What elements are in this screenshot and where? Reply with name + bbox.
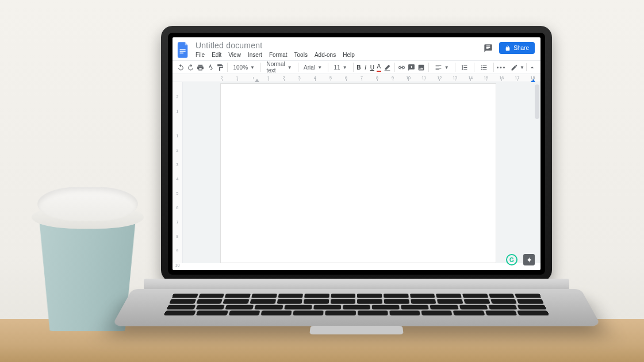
svg-rect-2 — [180, 53, 183, 53]
menu-tools[interactable]: Tools — [294, 52, 308, 58]
italic-button[interactable]: I — [363, 63, 368, 72]
chevron-down-icon: ▼ — [250, 65, 255, 70]
ruler-tick: 1 — [260, 76, 276, 80]
ruler-tick: 4 — [177, 177, 179, 181]
document-title[interactable]: Untitled document — [194, 41, 478, 50]
ruler-tick: 4 — [307, 76, 323, 80]
highlight-button[interactable] — [384, 63, 391, 72]
svg-rect-1 — [180, 51, 186, 51]
ruler-tick: 1 — [177, 134, 179, 138]
document-page[interactable] — [220, 83, 496, 263]
bold-button[interactable]: B — [356, 63, 361, 72]
ruler-tick: 6 — [177, 206, 179, 210]
paint-format-icon[interactable] — [216, 63, 224, 72]
ruler-tick: 12 — [432, 76, 447, 80]
share-label: Share — [513, 45, 529, 51]
ruler-tick: 16 — [494, 76, 509, 80]
undo-icon[interactable] — [177, 63, 185, 72]
comments-icon[interactable] — [483, 43, 493, 53]
svg-rect-0 — [180, 49, 186, 49]
ruler-tick: 9 — [385, 76, 401, 80]
menu-file[interactable]: File — [195, 52, 205, 58]
ruler-tick: 14 — [463, 76, 478, 80]
paragraph-style-value: Normal text — [266, 61, 285, 74]
ruler-tick: 13 — [447, 76, 463, 80]
menu-addons[interactable]: Add-ons — [315, 52, 336, 58]
scrollbar-track[interactable] — [534, 82, 540, 263]
ruler-tick: 5 — [323, 76, 338, 80]
ruler-tick: 5 — [177, 191, 179, 195]
ruler-tick: 2 — [214, 76, 229, 80]
print-icon[interactable] — [197, 63, 204, 72]
lock-icon — [505, 45, 511, 51]
horizontal-ruler[interactable]: 21123456789101112131415161718 — [172, 74, 540, 82]
more-tools-button[interactable]: ••• — [497, 63, 506, 72]
ruler-tick: 8 — [177, 234, 179, 238]
font-family-select[interactable]: Arial ▼ — [301, 64, 324, 71]
collapse-toolbar-icon[interactable] — [528, 64, 536, 71]
font-size-select[interactable]: 11 ▼ — [332, 64, 350, 71]
ruler-tick: 2 — [276, 76, 292, 80]
ruler-tick: 10 — [175, 263, 180, 267]
chevron-down-icon: ▼ — [444, 65, 449, 70]
zoom-select[interactable]: 100% ▼ — [231, 64, 257, 71]
line-spacing-button[interactable] — [458, 64, 470, 71]
redo-icon[interactable] — [187, 63, 194, 72]
align-left-icon — [435, 64, 442, 71]
chevron-down-icon: ▼ — [317, 65, 322, 70]
menu-edit[interactable]: Edit — [212, 52, 221, 58]
text-color-button[interactable]: A — [377, 63, 381, 72]
align-button[interactable]: ▼ — [432, 64, 451, 71]
scene-backdrop: Untitled document File Edit View Insert … — [0, 0, 644, 362]
docs-logo-icon[interactable] — [177, 42, 190, 58]
toolbar: 100% ▼ Normal text ▼ Arial ▼ — [172, 60, 540, 74]
ruler-tick: 1 — [229, 76, 245, 80]
chevron-down-icon: ▼ — [343, 65, 347, 70]
google-docs-app: Untitled document File Edit View Insert … — [172, 37, 540, 270]
scrollbar-thumb[interactable] — [535, 84, 539, 119]
insert-image-icon[interactable] — [417, 63, 425, 72]
ruler-tick: 3 — [177, 163, 179, 167]
share-button[interactable]: Share — [499, 42, 535, 54]
numbered-list-icon — [480, 64, 488, 71]
ruler-tick: 7 — [177, 220, 179, 224]
ruler-tick: 17 — [509, 76, 525, 80]
laptop-trackpad — [309, 326, 403, 334]
menu-format[interactable]: Format — [269, 52, 288, 58]
laptop-keyboard — [164, 294, 549, 315]
zoom-value: 100% — [233, 64, 248, 71]
ruler-tick: 8 — [369, 76, 385, 80]
underline-button[interactable]: U — [370, 63, 374, 72]
vertical-ruler[interactable]: 2112345678910 — [172, 82, 183, 263]
chevron-down-icon: ▼ — [288, 65, 292, 70]
ruler-tick: 11 — [416, 76, 432, 80]
spellcheck-icon[interactable] — [206, 63, 214, 72]
document-body: 2112345678910 — [172, 82, 540, 263]
explore-button[interactable]: ✦ — [523, 254, 535, 265]
ruler-tick: 18 — [525, 76, 540, 80]
ruler-tick: 6 — [338, 76, 354, 80]
ruler-tick: 7 — [354, 76, 369, 80]
insert-link-icon[interactable] — [398, 63, 405, 72]
paragraph-style-select[interactable]: Normal text ▼ — [264, 61, 294, 74]
menu-help[interactable]: Help — [343, 52, 355, 58]
editing-mode-icon[interactable] — [511, 64, 518, 71]
font-family-value: Arial — [304, 64, 315, 71]
line-spacing-icon — [461, 64, 468, 71]
grammarly-badge-icon[interactable]: G — [506, 254, 518, 265]
page-area — [183, 82, 534, 263]
menu-bar: File Edit View Insert Format Tools Add-o… — [194, 51, 478, 60]
ruler-tick: 2 — [177, 95, 179, 99]
laptop: Untitled document File Edit View Insert … — [150, 26, 564, 348]
lists-button[interactable] — [478, 64, 490, 71]
ruler-tick: 3 — [292, 76, 307, 80]
menu-insert[interactable]: Insert — [248, 52, 262, 58]
chevron-down-icon: ▼ — [520, 65, 524, 70]
ruler-tick: 10 — [401, 76, 416, 80]
app-header: Untitled document File Edit View Insert … — [172, 37, 540, 60]
ruler-tick: 2 — [177, 148, 179, 152]
font-size-value: 11 — [334, 64, 340, 71]
add-comment-icon[interactable] — [408, 63, 415, 72]
menu-view[interactable]: View — [228, 52, 241, 58]
ruler-tick: 15 — [478, 76, 494, 80]
